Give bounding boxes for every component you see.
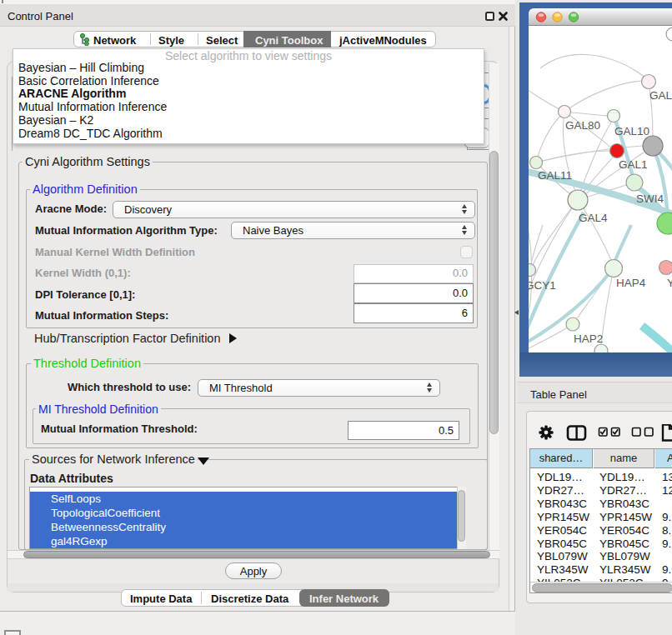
svg-text:SWI4: SWI4 [636,192,664,205]
svg-text:HAP4: HAP4 [616,277,646,289]
svg-text:GCY1: GCY1 [529,279,556,292]
svg-text:GAL4: GAL4 [579,212,608,224]
svg-text:GAL1: GAL1 [619,158,648,171]
svg-text:GAL2: GAL2 [649,89,672,102]
svg-text:GAL10: GAL10 [614,125,649,138]
svg-text:Y: Y [667,277,672,289]
svg-text:HAP2: HAP2 [574,332,603,345]
svg-text:GAL11: GAL11 [538,169,572,182]
svg-text:GAL80: GAL80 [565,119,600,132]
